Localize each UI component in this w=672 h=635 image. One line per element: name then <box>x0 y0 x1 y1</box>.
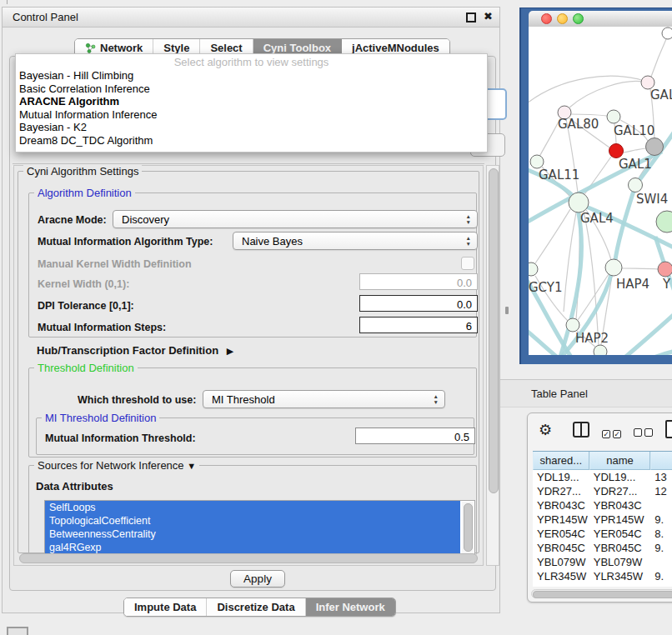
data-attribute-item[interactable]: TopologicalCoefficient <box>45 514 460 528</box>
algorithm-option[interactable]: Dream8 DC_TDC Algorithm <box>16 134 487 148</box>
network-edge[interactable] <box>529 76 641 106</box>
algorithm-option[interactable]: ARACNE Algorithm <box>16 95 487 108</box>
table-row[interactable]: YER054CYER054C8. <box>533 527 672 541</box>
network-node[interactable] <box>662 28 672 39</box>
close-icon[interactable]: ✖ <box>484 10 493 22</box>
network-graph[interactable]: GALGAL80GAL10GAL1GAL11SWI4GAL4GCY1HAP4YH… <box>529 27 672 355</box>
network-window-titlebar[interactable] <box>529 11 672 28</box>
network-node-gcy1[interactable] <box>529 262 538 276</box>
table-row[interactable]: YPR145WYPR145W9. <box>533 512 672 527</box>
table-row[interactable]: YDL19...YDL19...13 <box>533 470 672 484</box>
deselect-all-checkboxes-icon[interactable] <box>634 425 655 440</box>
node-table[interactable]: shared...name YDL19...YDL19...13YDR27...… <box>533 451 672 587</box>
network-edge[interactable] <box>569 82 643 108</box>
network-edge-highlighted[interactable] <box>600 310 672 355</box>
zoom-traffic-light-icon[interactable] <box>573 13 584 24</box>
data-attribute-item[interactable]: BetweennessCentrality <box>45 528 460 541</box>
sources-title: Sources for Network Inference <box>38 459 184 472</box>
column-header[interactable]: name <box>589 452 651 470</box>
network-node-hap2[interactable] <box>566 318 579 332</box>
apply-button[interactable]: Apply <box>230 570 285 588</box>
algorithm-option[interactable]: Bayesian - K2 <box>16 121 487 134</box>
data-attributes-list[interactable]: SelfLoopsTopologicalCoefficientBetweenne… <box>44 500 475 555</box>
node-label: GAL10 <box>614 123 654 138</box>
table-cell: YDL19... <box>589 470 651 484</box>
data-attribute-item[interactable]: SelfLoops <box>45 501 460 514</box>
scrollbar-thumb[interactable] <box>533 591 672 598</box>
network-node[interactable] <box>594 345 607 355</box>
scrollbar-thumb[interactable] <box>464 503 473 552</box>
select-all-checkboxes-icon[interactable]: ✓✓ <box>602 425 624 440</box>
tab-discretize-data[interactable]: Discretize Data <box>207 598 305 616</box>
table-row[interactable]: YBL079WYBL079W <box>533 555 672 569</box>
network-edge[interactable] <box>651 39 666 77</box>
network-node[interactable] <box>646 138 664 156</box>
table-row[interactable]: YBR043CYBR043C <box>533 498 672 512</box>
mi-algorithm-type-select[interactable]: Naive Bayes ▲▼ <box>233 232 478 250</box>
desktop: { "window": { "title": "Control Panel" }… <box>0 0 672 635</box>
tab-infer-network[interactable]: Infer Network <box>306 598 395 616</box>
node-label: GAL4 <box>580 211 614 226</box>
node-label: HAP4 <box>616 277 649 292</box>
close-traffic-light-icon[interactable] <box>541 13 552 24</box>
columns-icon[interactable] <box>573 422 589 438</box>
network-edge[interactable] <box>623 148 646 152</box>
kernel-width-field[interactable] <box>359 273 478 290</box>
algorithm-option[interactable]: Basic Correlation Inference <box>16 82 487 96</box>
algorithm-option[interactable]: Bayesian - Hill Climbing <box>16 69 487 82</box>
hub-section-toggle[interactable]: Hub/Transcription Factor Definition ▶ <box>37 344 233 357</box>
stepper-arrows-icon: ▲▼ <box>466 213 471 225</box>
network-node-hap4[interactable] <box>605 259 622 276</box>
network-node-gal4[interactable] <box>569 192 589 212</box>
column-header[interactable] <box>650 452 672 470</box>
aracne-mode-select[interactable]: Discovery ▲▼ <box>113 210 478 228</box>
settings-horizontal-scrollbar[interactable] <box>18 553 478 562</box>
list-vertical-scrollbar[interactable] <box>462 502 474 553</box>
mi-steps-field[interactable] <box>359 317 478 333</box>
settings-vertical-scrollbar[interactable] <box>486 165 499 566</box>
network-edge[interactable] <box>535 209 570 263</box>
group-title: Sources for Network Inference ▼ <box>34 459 199 472</box>
algorithm-dropdown: Select algorithm to view settings Bayesi… <box>15 53 488 152</box>
mi-type-value: Naive Bayes <box>242 235 303 248</box>
which-threshold-select[interactable]: MI Threshold ▲▼ <box>203 390 445 408</box>
network-node-gal1[interactable] <box>609 144 624 158</box>
table-row[interactable]: YIL052CYIL052C9 <box>533 583 672 587</box>
network-node-y[interactable] <box>658 262 672 277</box>
network-canvas[interactable]: GALGAL80GAL10GAL1GAL11SWI4GAL4GCY1HAP4YH… <box>529 27 672 355</box>
scrollbar-thumb[interactable] <box>489 168 499 493</box>
expanded-arrow-icon[interactable]: ▼ <box>187 461 196 471</box>
table-row[interactable]: YDR27...YDR27...12 <box>533 484 672 498</box>
table-horizontal-scrollbar[interactable] <box>531 589 672 598</box>
network-view-window[interactable]: GALGAL80GAL10GAL1GAL11SWI4GAL4GCY1HAP4YH… <box>519 8 672 364</box>
node-label: GAL11 <box>539 168 579 182</box>
new-table-icon[interactable] <box>665 420 672 438</box>
network-edge[interactable] <box>571 114 607 116</box>
column-header[interactable]: shared... <box>533 452 589 470</box>
dpi-tolerance-field[interactable] <box>359 295 478 312</box>
threshold-definition-group: Threshold Definition Which threshold to … <box>28 368 477 458</box>
scrollbar-thumb[interactable] <box>19 553 478 563</box>
table-row[interactable]: YBR045CYBR045C9. <box>533 541 672 555</box>
table-row[interactable]: YLR345WYLR345W9. <box>533 569 672 583</box>
algorithm-option[interactable]: Mutual Information Inference <box>16 108 487 122</box>
tab-label: Discretize Data <box>217 601 294 613</box>
minimize-traffic-light-icon[interactable] <box>557 13 568 24</box>
table-cell: YBR045C <box>533 541 589 555</box>
data-attribute-item[interactable]: gal4RGexp <box>45 541 460 554</box>
tab-label: Network <box>100 42 143 54</box>
network-node-swi4[interactable] <box>629 178 643 192</box>
float-window-icon[interactable] <box>466 12 476 22</box>
gear-icon[interactable]: ⚙ <box>539 421 552 439</box>
mi-threshold-field[interactable] <box>355 428 475 444</box>
panel-splitter-handle[interactable] <box>505 307 509 314</box>
network-edge-highlighted[interactable] <box>605 350 672 355</box>
manual-kernel-checkbox[interactable] <box>461 257 474 270</box>
tab-impute-data[interactable]: Impute Data <box>124 598 207 616</box>
network-edge[interactable] <box>622 268 658 269</box>
network-node-gal10[interactable] <box>607 110 620 123</box>
network-node[interactable] <box>656 211 672 232</box>
network-node-gal11[interactable] <box>530 155 544 168</box>
mi-steps-label: Mutual Information Steps: <box>38 322 166 333</box>
control-panel: Control Panel ✖ NetworkStyleSelectCyni T… <box>2 7 500 613</box>
